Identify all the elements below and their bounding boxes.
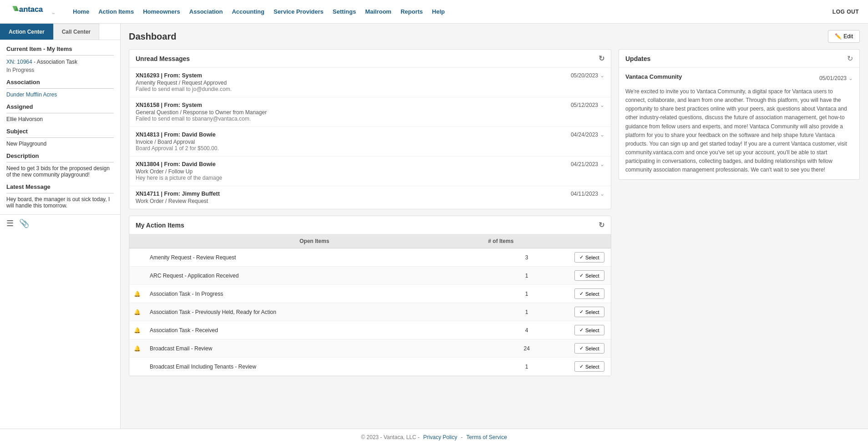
message-1-date: 05/12/2023 ⌄ — [571, 102, 604, 108]
message-item-0[interactable]: XN16293 | From: System 05/20/2023 ⌄ Amen… — [129, 68, 611, 97]
action-select-5-cell: ✓ Select — [570, 339, 611, 358]
table-row: 🔔 Association Task - In Progress 1 ✓ Sel… — [129, 285, 611, 303]
sidebar-tab-call-center[interactable]: Call Center — [53, 24, 99, 40]
sidebar-tabs: Action Center Call Center — [0, 24, 120, 40]
message-item-2[interactable]: XN14813 | From: David Bowie 04/24/2023 ⌄… — [129, 127, 611, 157]
check-icon-6: ✓ — [579, 364, 584, 369]
select-label-5: Select — [585, 346, 599, 351]
col-action — [570, 234, 611, 248]
bell-cell-3: 🔔 — [129, 303, 145, 321]
footer: © 2023 - Vantaca, LLC - Privacy Policy -… — [0, 429, 868, 445]
nav-reports[interactable]: Reports — [401, 8, 423, 15]
footer-privacy-link[interactable]: Privacy Policy — [423, 434, 457, 440]
xn-link[interactable]: XN: 10964 — [6, 59, 32, 65]
nav-service-providers[interactable]: Service Providers — [274, 8, 324, 15]
association-label: Association — [6, 79, 114, 86]
nav-help[interactable]: Help — [432, 8, 445, 15]
select-button-5[interactable]: ✓ Select — [574, 343, 604, 354]
nav-association[interactable]: Association — [189, 8, 223, 15]
col-num-items: # of Items — [483, 234, 570, 248]
action-count-1: 1 — [483, 267, 570, 285]
table-row: 🔔 Broadcast Email - Review 24 ✓ Select — [129, 339, 611, 358]
subject-value: New Playground — [6, 141, 114, 147]
action-select-2-cell: ✓ Select — [570, 285, 611, 303]
message-item-4[interactable]: XN14711 | From: Jimmy Buffett 04/11/2023… — [129, 186, 611, 209]
select-label-1: Select — [585, 273, 599, 278]
action-items-header: My Action Items ↻ — [129, 216, 611, 234]
message-0-body: Failed to send email to jo@dundie.com. — [136, 86, 604, 92]
bell-cell-4: 🔔 — [129, 321, 145, 339]
main-content: Dashboard ✏️ Edit Unread Messages ↻ — [121, 24, 868, 429]
select-button-3[interactable]: ✓ Select — [574, 307, 604, 317]
bell-cell-0 — [129, 248, 145, 267]
select-button-0[interactable]: ✓ Select — [574, 252, 604, 263]
message-0-subject: Amenity Request / Request Approved — [136, 80, 604, 86]
action-select-4-cell: ✓ Select — [570, 321, 611, 339]
sidebar-tab-action-center[interactable]: Action Center — [0, 24, 53, 40]
top-nav: Home Action Items Homeowners Association… — [73, 8, 832, 15]
nav-home[interactable]: Home — [73, 8, 89, 15]
action-items-title: My Action Items — [136, 222, 184, 229]
updates-panel: Updates ↻ Vantaca Community 05/01/2023 ⌄… — [619, 49, 860, 180]
table-row: ARC Request - Application Received 1 ✓ S… — [129, 267, 611, 285]
select-button-2[interactable]: ✓ Select — [574, 288, 604, 299]
nav-accounting[interactable]: Accounting — [232, 8, 264, 15]
bell-cell-1 — [129, 267, 145, 285]
nav-action-items[interactable]: Action Items — [98, 8, 134, 15]
sidebar: Action Center Call Center Current Item -… — [0, 24, 121, 429]
check-icon-5: ✓ — [579, 345, 584, 351]
top-bar: antaca antaca ™ Home Action Items Homeow… — [0, 0, 868, 24]
sidebar-actions: ☰ 📎 — [0, 214, 120, 232]
select-button-1[interactable]: ✓ Select — [574, 270, 604, 281]
select-button-6[interactable]: ✓ Select — [574, 361, 604, 372]
table-row: 🔔 Association Task - Received 4 ✓ Select — [129, 321, 611, 339]
main-layout: Action Center Call Center Current Item -… — [0, 24, 868, 429]
left-column: Unread Messages ↻ XN16293 | From: System… — [129, 49, 611, 383]
select-button-4[interactable]: ✓ Select — [574, 325, 604, 335]
action-label-3: Association Task - Previously Held, Read… — [145, 303, 483, 321]
footer-terms-link[interactable]: Terms of Service — [467, 434, 507, 440]
message-0-date: 05/20/2023 ⌄ — [571, 72, 604, 79]
subject-label: Subject — [6, 128, 114, 135]
message-1-from: XN16158 | From: System — [136, 102, 202, 108]
association-value[interactable]: Dunder Mufflin Acres — [6, 91, 114, 98]
message-1-body: Failed to send email to sbanany@vantaca.… — [136, 116, 604, 122]
message-4-date: 04/11/2023 ⌄ — [571, 191, 604, 197]
dashboard-title: Dashboard — [129, 31, 176, 42]
nav-mailroom[interactable]: Mailroom — [365, 8, 391, 15]
latest-message-label: Latest Message — [6, 183, 114, 190]
footer-copyright: © 2023 - Vantaca, LLC - — [361, 434, 420, 440]
check-icon-1: ✓ — [579, 273, 584, 278]
message-3-subject: Work Order / Follow Up — [136, 168, 604, 175]
nav-homeowners[interactable]: Homeowners — [143, 8, 180, 15]
svg-text:™: ™ — [52, 12, 55, 15]
action-select-0-cell: ✓ Select — [570, 248, 611, 267]
action-items-refresh-icon[interactable]: ↻ — [599, 221, 604, 229]
check-icon-3: ✓ — [579, 309, 584, 315]
nav-settings[interactable]: Settings — [333, 8, 356, 15]
message-item-1[interactable]: XN16158 | From: System 05/12/2023 ⌄ Gene… — [129, 97, 611, 127]
unread-messages-refresh-icon[interactable]: ↻ — [599, 54, 604, 63]
action-label-0: Amenity Request - Review Request — [145, 248, 483, 267]
action-label-4: Association Task - Received — [145, 321, 483, 339]
right-column: Updates ↻ Vantaca Community 05/01/2023 ⌄… — [619, 49, 860, 383]
unread-messages-header: Unread Messages ↻ — [129, 50, 611, 68]
check-icon-4: ✓ — [579, 327, 584, 333]
message-item-3[interactable]: XN13804 | From: David Bowie 04/21/2023 ⌄… — [129, 157, 611, 186]
check-icon-2: ✓ — [579, 291, 584, 297]
updates-body: We're excited to invite you to Vantaca C… — [625, 87, 853, 175]
sidebar-content: Current Item - My Items XN: 10964 - Asso… — [0, 40, 120, 214]
logout-button[interactable]: LOG OUT — [832, 9, 859, 15]
svg-text:antaca: antaca — [19, 5, 43, 13]
updates-content: Vantaca Community 05/01/2023 ⌄ We're exc… — [619, 68, 859, 179]
action-label-5: Broadcast Email - Review — [145, 339, 483, 358]
updates-date: 05/01/2023 — [819, 74, 847, 83]
updates-refresh-icon[interactable]: ↻ — [847, 54, 853, 63]
updates-chevron-icon: ⌄ — [848, 74, 853, 83]
message-1-subject: General Question / Response to Owner fro… — [136, 109, 604, 116]
sidebar-menu-icon[interactable]: ☰ — [6, 218, 14, 228]
action-select-1-cell: ✓ Select — [570, 267, 611, 285]
edit-button[interactable]: ✏️ Edit — [828, 30, 860, 43]
sidebar-paperclip-icon[interactable]: 📎 — [19, 218, 29, 228]
action-count-4: 4 — [483, 321, 570, 339]
